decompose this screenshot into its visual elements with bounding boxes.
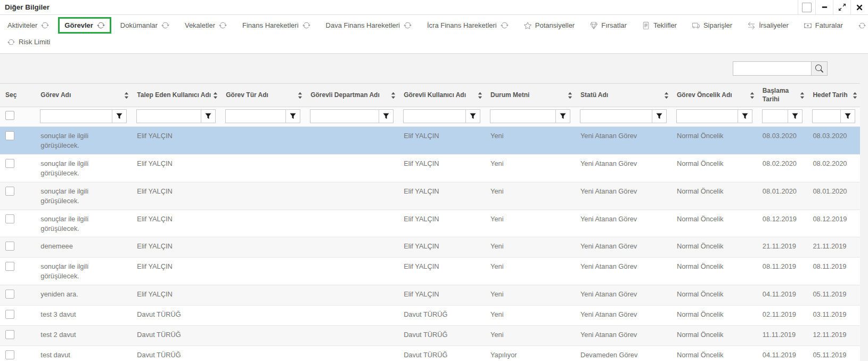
tab-faturalar[interactable]: Faturalar [798, 17, 849, 34]
cell-baslama-tarihi: 08.12.2019 [757, 210, 808, 237]
filter-input-talep-eden-kullanici-adi[interactable] [137, 110, 201, 123]
tab-dava-finans-hareketleri[interactable]: Dava Finans Hareketleri [320, 17, 418, 34]
row-checkbox[interactable] [5, 350, 14, 359]
tab-potansiyeller[interactable]: Potansiyeller [518, 17, 581, 34]
cell-gorev-oncelik-adi: Normal Öncelik [672, 258, 757, 285]
funnel-icon [792, 113, 798, 119]
minimize-button[interactable] [815, 0, 833, 14]
filter-input-gorev-tur-adi[interactable] [226, 110, 285, 123]
tab-fırsatlar[interactable]: Fırsatlar [584, 17, 633, 34]
filter-input-durum-metni[interactable] [490, 110, 555, 123]
row-checkbox[interactable] [5, 131, 14, 140]
filter-button-hedef-tarih[interactable] [840, 110, 855, 123]
column-header-baslama-tarihi[interactable]: Başlama Tarihi [757, 84, 808, 107]
tab-dokümanlar[interactable]: Dokümanlar [114, 17, 176, 34]
cell-gorev-tur-adi [220, 258, 305, 285]
cell-gorev-oncelik-adi: Normal Öncelik [672, 325, 757, 346]
column-header-gorev-adi[interactable]: Görev Adı [35, 84, 132, 107]
table-row[interactable]: test 3 davutDavut TÜRÜĞDavut TÜRÜĞYeniYe… [0, 306, 860, 326]
cell-baslama-tarihi: 21.11.2019 [757, 237, 808, 258]
tab-risk-limiti[interactable]: Risk Limiti [1, 34, 56, 50]
cell-gorevli-departman-adi [305, 182, 398, 210]
cell-durum-metni: Yeni [485, 155, 575, 182]
table-row[interactable]: test 2 davutDavut TÜRÜĞDavut TÜRÜĞYeniYe… [0, 325, 860, 346]
column-header-statu-adi[interactable]: Statü Adı [575, 84, 672, 107]
table-row[interactable]: sonuçlar ile ilgili görüşülecek.Elif YAL… [0, 155, 860, 182]
filter-button-durum-metni[interactable] [555, 110, 570, 123]
filter-button-gorev-oncelik-adi[interactable] [738, 110, 752, 123]
cell-gorev-adi: yeniden ara. [35, 285, 132, 306]
row-checkbox[interactable] [5, 214, 14, 223]
filter-button-baslama-tarihi[interactable] [788, 110, 802, 123]
table-search-input[interactable] [733, 61, 811, 76]
close-button[interactable] [850, 0, 868, 14]
table-row[interactable]: sonuçlar ile ilgili görüşülecek.Elif YAL… [0, 182, 860, 210]
tab-vekaletler[interactable]: Vekaletler [178, 17, 233, 34]
filter-input-hedef-tarih[interactable] [813, 110, 840, 123]
filter-input-gorevli-kullanici-adi[interactable] [404, 110, 465, 123]
row-checkbox[interactable] [5, 330, 14, 339]
filter-button-gorev-tur-adi[interactable] [285, 110, 300, 123]
tab-teklifler[interactable]: Teklifler [636, 17, 683, 34]
row-checkbox[interactable] [5, 187, 14, 196]
gem-icon [590, 22, 597, 29]
column-header-gorevli-kullanici-adi[interactable]: Görevli Kullanıcı Adı [398, 84, 485, 107]
cell-hedef-tarih: 12.11.2019 [807, 325, 860, 346]
row-checkbox[interactable] [5, 262, 14, 271]
cell-durum-metni: Yapılıyor [485, 346, 575, 361]
row-checkbox[interactable] [5, 159, 14, 168]
tab-i-cra-finans-hareketleri[interactable]: İcra Finans Hareketleri [421, 17, 515, 34]
tab-aktiviteler[interactable]: Aktiviteler [1, 17, 55, 34]
cell-durum-metni: Yeni [485, 325, 575, 346]
table-search-button[interactable] [811, 61, 828, 76]
column-header-hedef-tarih[interactable]: Hedef Tarih [807, 84, 860, 107]
column-header-gorev-tur-adi[interactable]: Görev Tür Adı [220, 84, 305, 107]
filter-input-gorev-adi[interactable] [40, 110, 112, 123]
column-header-durum-metni[interactable]: Durum Metni [485, 84, 575, 107]
filter-button-gorev-adi[interactable] [112, 110, 126, 123]
table-row[interactable]: denemeeeElif YALÇINElif YALÇINYeniYeni A… [0, 237, 860, 258]
tab-siparişler[interactable]: Siparişler [686, 17, 739, 34]
table-row[interactable]: yeniden ara.Elif YALÇINElif YALÇINYeniYe… [0, 285, 860, 306]
row-checkbox[interactable] [5, 290, 14, 299]
table-row[interactable]: test davutDavut TÜRÜĞDavut TÜRÜĞYapılıyo… [0, 346, 860, 361]
window-checkbox-button[interactable] [798, 0, 815, 14]
table-row[interactable]: sonuçlar ile ilgili görüşülecek.Elif YAL… [0, 210, 860, 237]
cell-gorevli-departman-adi [305, 127, 398, 155]
table-row[interactable]: sonuçlar ile ilgili görüşülecek.Elif YAL… [0, 127, 860, 155]
sort-icon [750, 92, 755, 99]
filter-button-talep-eden-kullanici-adi[interactable] [201, 110, 215, 123]
sort-icon [124, 92, 129, 99]
cell-gorevli-kullanici-adi: Elif YALÇIN [398, 155, 485, 182]
tab-görevler[interactable]: Görevler [58, 17, 111, 34]
maximize-button[interactable] [833, 0, 850, 14]
cell-gorev-tur-adi [220, 346, 305, 361]
tab-finans-hareketleri[interactable]: Finans Hareketleri [236, 17, 317, 34]
filter-button-statu-adi[interactable] [652, 110, 666, 123]
filter-input-gorev-oncelik-adi[interactable] [677, 110, 738, 123]
cell-talep-eden-kullanici-adi: Elif YALÇIN [132, 210, 220, 237]
filter-button-gorevli-departman-adi[interactable] [379, 110, 393, 123]
column-header-talep-eden-kullanici-adi[interactable]: Talep Eden Kullanıcı Adı [132, 84, 220, 107]
column-header-gorev-oncelik-adi[interactable]: Görev Öncelik Adı [672, 84, 757, 107]
cell-statu-adi: Yeni Atanan Görev [575, 285, 672, 306]
cell-gorevli-departman-adi [305, 258, 398, 285]
cell-talep-eden-kullanici-adi: Davut TÜRÜĞ [132, 306, 220, 326]
cell-durum-metni: Yeni [485, 258, 575, 285]
tab-i-rsaliyeler[interactable]: İrsaliyeler [741, 17, 795, 34]
filter-input-gorevli-departman-adi[interactable] [310, 110, 379, 123]
cell-statu-adi: Devameden Görev [575, 346, 672, 361]
tab-label: Potansiyeller [535, 21, 575, 29]
table-row[interactable]: sonuçlar ile ilgili görüşülecek.Elif YAL… [0, 258, 860, 285]
column-header-gorevli-departman-adi[interactable]: Görevli Departman Adı [305, 84, 398, 107]
cell-gorev-adi: sonuçlar ile ilgili görüşülecek. [35, 258, 132, 285]
funnel-icon [383, 113, 389, 119]
row-checkbox[interactable] [5, 242, 14, 251]
row-checkbox[interactable] [5, 310, 14, 319]
filter-input-statu-adi[interactable] [580, 110, 652, 123]
filter-button-gorevli-kullanici-adi[interactable] [465, 110, 480, 123]
select-all-checkbox[interactable] [5, 111, 14, 120]
filter-input-baslama-tarihi[interactable] [763, 110, 788, 123]
cell-gorevli-departman-adi [305, 237, 398, 258]
tab-dosyalar[interactable]: Dosyalar [852, 17, 868, 34]
